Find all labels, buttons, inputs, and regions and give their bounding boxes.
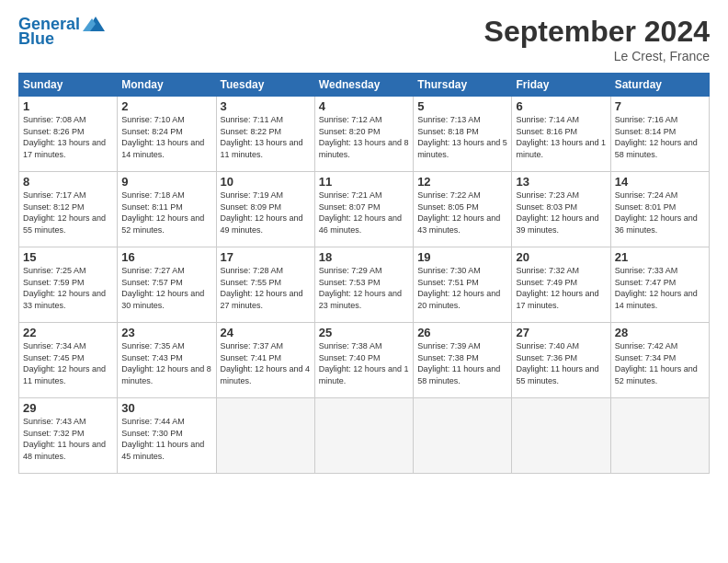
calendar-cell: 15Sunrise: 7:25 AMSunset: 7:59 PMDayligh… — [19, 247, 118, 323]
calendar-cell: 9Sunrise: 7:18 AMSunset: 8:11 PMDaylight… — [118, 172, 216, 247]
day-number: 9 — [121, 175, 211, 189]
cell-details: Sunrise: 7:27 AMSunset: 7:57 PMDaylight:… — [121, 265, 211, 311]
cell-details: Sunrise: 7:11 AMSunset: 8:22 PMDaylight:… — [221, 114, 311, 160]
calendar-cell: 21Sunrise: 7:33 AMSunset: 7:47 PMDayligh… — [610, 247, 709, 323]
day-number: 2 — [121, 99, 211, 113]
calendar-cell: 19Sunrise: 7:30 AMSunset: 7:51 PMDayligh… — [414, 247, 512, 323]
day-number: 7 — [615, 99, 705, 113]
calendar-cell: 24Sunrise: 7:37 AMSunset: 7:41 PMDayligh… — [216, 323, 314, 398]
calendar-cell: 6Sunrise: 7:14 AMSunset: 8:16 PMDaylight… — [512, 97, 610, 172]
day-number: 23 — [121, 326, 211, 339]
calendar-cell: 5Sunrise: 7:13 AMSunset: 8:18 PMDaylight… — [414, 97, 512, 172]
day-number: 25 — [319, 326, 409, 339]
cell-details: Sunrise: 7:21 AMSunset: 8:07 PMDaylight:… — [319, 190, 409, 236]
cell-details: Sunrise: 7:22 AMSunset: 8:05 PMDaylight:… — [417, 190, 507, 236]
day-number: 15 — [23, 250, 113, 264]
calendar-cell: 22Sunrise: 7:34 AMSunset: 7:45 PMDayligh… — [19, 323, 118, 398]
calendar-cell: 1Sunrise: 7:08 AMSunset: 8:26 PMDaylight… — [19, 97, 118, 172]
logo-blue: Blue — [18, 29, 54, 49]
day-number: 4 — [319, 99, 409, 113]
day-number: 17 — [221, 250, 311, 264]
calendar-cell: 14Sunrise: 7:24 AMSunset: 8:01 PMDayligh… — [610, 172, 709, 247]
calendar-cell: 27Sunrise: 7:40 AMSunset: 7:36 PMDayligh… — [512, 323, 610, 398]
cell-details: Sunrise: 7:30 AMSunset: 7:51 PMDaylight:… — [417, 265, 507, 311]
cell-details: Sunrise: 7:19 AMSunset: 8:09 PMDaylight:… — [221, 190, 311, 236]
day-number: 27 — [516, 326, 606, 339]
calendar-table: SundayMondayTuesdayWednesdayThursdayFrid… — [18, 73, 710, 474]
day-number: 13 — [516, 175, 606, 189]
day-number: 14 — [615, 175, 705, 189]
cell-details: Sunrise: 7:28 AMSunset: 7:55 PMDaylight:… — [221, 265, 311, 311]
cell-details: Sunrise: 7:23 AMSunset: 8:03 PMDaylight:… — [516, 190, 606, 236]
day-number: 19 — [417, 250, 507, 264]
day-number: 11 — [319, 175, 409, 189]
location: Le Crest, France — [484, 49, 710, 63]
cell-details: Sunrise: 7:18 AMSunset: 8:11 PMDaylight:… — [121, 190, 211, 236]
day-number: 24 — [221, 326, 311, 339]
day-number: 10 — [221, 175, 311, 189]
cell-details: Sunrise: 7:14 AMSunset: 8:16 PMDaylight:… — [516, 114, 606, 160]
calendar-cell: 2Sunrise: 7:10 AMSunset: 8:24 PMDaylight… — [118, 97, 216, 172]
day-number: 1 — [23, 99, 113, 113]
day-number: 8 — [23, 175, 113, 189]
header-day-thursday: Thursday — [414, 74, 512, 97]
cell-details: Sunrise: 7:33 AMSunset: 7:47 PMDaylight:… — [615, 265, 705, 311]
page: General Blue September 2024 Le Crest, Fr… — [0, 0, 728, 483]
cell-details: Sunrise: 7:37 AMSunset: 7:41 PMDaylight:… — [221, 340, 311, 386]
day-number: 21 — [615, 250, 705, 264]
day-number: 30 — [121, 401, 211, 415]
cell-details: Sunrise: 7:08 AMSunset: 8:26 PMDaylight:… — [23, 114, 113, 160]
day-number: 26 — [417, 326, 507, 339]
calendar-week-3: 15Sunrise: 7:25 AMSunset: 7:59 PMDayligh… — [19, 247, 710, 323]
calendar-cell — [216, 398, 314, 474]
cell-details: Sunrise: 7:10 AMSunset: 8:24 PMDaylight:… — [121, 114, 211, 160]
logo: General Blue — [18, 15, 105, 49]
cell-details: Sunrise: 7:32 AMSunset: 7:49 PMDaylight:… — [516, 265, 606, 311]
day-number: 12 — [417, 175, 507, 189]
calendar-cell: 28Sunrise: 7:42 AMSunset: 7:34 PMDayligh… — [610, 323, 709, 398]
day-number: 16 — [121, 250, 211, 264]
calendar-cell: 8Sunrise: 7:17 AMSunset: 8:12 PMDaylight… — [19, 172, 118, 247]
cell-details: Sunrise: 7:44 AMSunset: 7:30 PMDaylight:… — [121, 416, 211, 462]
calendar-week-5: 29Sunrise: 7:43 AMSunset: 7:32 PMDayligh… — [19, 398, 710, 474]
calendar-cell: 29Sunrise: 7:43 AMSunset: 7:32 PMDayligh… — [19, 398, 118, 474]
header-day-sunday: Sunday — [19, 74, 118, 97]
cell-details: Sunrise: 7:25 AMSunset: 7:59 PMDaylight:… — [23, 265, 113, 311]
calendar-week-4: 22Sunrise: 7:34 AMSunset: 7:45 PMDayligh… — [19, 323, 710, 398]
day-number: 18 — [319, 250, 409, 264]
calendar-cell: 16Sunrise: 7:27 AMSunset: 7:57 PMDayligh… — [118, 247, 216, 323]
calendar-cell: 11Sunrise: 7:21 AMSunset: 8:07 PMDayligh… — [314, 172, 413, 247]
calendar-cell: 26Sunrise: 7:39 AMSunset: 7:38 PMDayligh… — [414, 323, 512, 398]
calendar-cell: 12Sunrise: 7:22 AMSunset: 8:05 PMDayligh… — [414, 172, 512, 247]
calendar-cell — [610, 398, 709, 474]
calendar-cell — [512, 398, 610, 474]
calendar-cell: 7Sunrise: 7:16 AMSunset: 8:14 PMDaylight… — [610, 97, 709, 172]
header-day-tuesday: Tuesday — [216, 74, 314, 97]
cell-details: Sunrise: 7:40 AMSunset: 7:36 PMDaylight:… — [516, 340, 606, 386]
calendar-cell: 4Sunrise: 7:12 AMSunset: 8:20 PMDaylight… — [314, 97, 413, 172]
header-day-friday: Friday — [512, 74, 610, 97]
calendar-cell: 10Sunrise: 7:19 AMSunset: 8:09 PMDayligh… — [216, 172, 314, 247]
cell-details: Sunrise: 7:34 AMSunset: 7:45 PMDaylight:… — [23, 340, 113, 386]
cell-details: Sunrise: 7:43 AMSunset: 7:32 PMDaylight:… — [23, 416, 113, 462]
calendar-cell — [414, 398, 512, 474]
month-title: September 2024 — [484, 15, 710, 49]
day-number: 22 — [23, 326, 113, 339]
header-day-wednesday: Wednesday — [314, 74, 413, 97]
calendar-cell: 18Sunrise: 7:29 AMSunset: 7:53 PMDayligh… — [314, 247, 413, 323]
day-number: 6 — [516, 99, 606, 113]
title-block: September 2024 Le Crest, France — [484, 15, 710, 63]
header-day-monday: Monday — [118, 74, 216, 97]
cell-details: Sunrise: 7:42 AMSunset: 7:34 PMDaylight:… — [615, 340, 705, 386]
header-day-saturday: Saturday — [610, 74, 709, 97]
header: General Blue September 2024 Le Crest, Fr… — [18, 15, 710, 63]
calendar-cell: 13Sunrise: 7:23 AMSunset: 8:03 PMDayligh… — [512, 172, 610, 247]
cell-details: Sunrise: 7:16 AMSunset: 8:14 PMDaylight:… — [615, 114, 705, 160]
calendar-cell: 25Sunrise: 7:38 AMSunset: 7:40 PMDayligh… — [314, 323, 413, 398]
cell-details: Sunrise: 7:29 AMSunset: 7:53 PMDaylight:… — [319, 265, 409, 311]
calendar-cell: 30Sunrise: 7:44 AMSunset: 7:30 PMDayligh… — [118, 398, 216, 474]
calendar-cell — [314, 398, 413, 474]
calendar-week-1: 1Sunrise: 7:08 AMSunset: 8:26 PMDaylight… — [19, 97, 710, 172]
day-number: 29 — [23, 401, 113, 415]
logo-icon — [83, 15, 105, 33]
